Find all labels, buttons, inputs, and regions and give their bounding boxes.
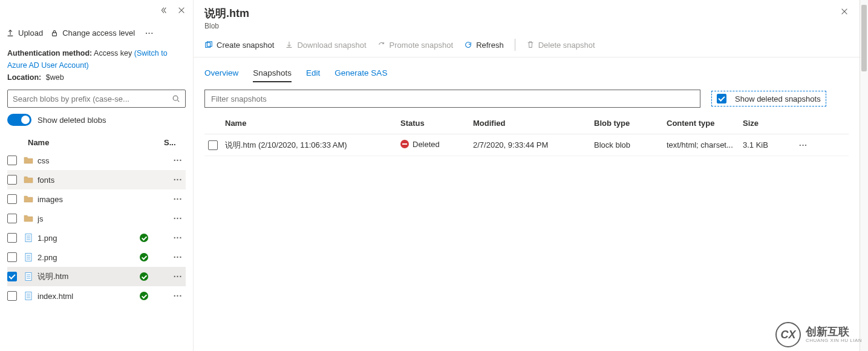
download-snapshot-label: Download snapshot bbox=[297, 41, 366, 50]
snapshot-size: 3.1 KiB bbox=[743, 140, 791, 149]
snapshot-checkbox[interactable] bbox=[208, 140, 218, 150]
lock-icon bbox=[50, 29, 59, 38]
blob-name: js bbox=[38, 214, 140, 223]
blob-row[interactable]: 说明.htm··· bbox=[7, 267, 186, 286]
upload-button[interactable]: Upload bbox=[6, 28, 43, 38]
blob-row-more[interactable]: ··· bbox=[170, 194, 186, 204]
detail-toolbar: Create snapshot Download snapshot Promot… bbox=[194, 33, 860, 57]
blob-checkbox[interactable] bbox=[7, 175, 17, 185]
blob-status-col bbox=[140, 253, 170, 261]
change-access-button[interactable]: Change access level bbox=[50, 28, 135, 38]
search-icon bbox=[172, 94, 180, 103]
col-blob-type[interactable]: Blob type bbox=[594, 119, 667, 128]
watermark-sub: CHUANG XIN HU LIAN bbox=[806, 338, 862, 344]
folder-icon bbox=[23, 213, 34, 224]
blob-row[interactable]: 1.png··· bbox=[7, 228, 186, 248]
blob-checkbox[interactable] bbox=[7, 214, 17, 223]
col-modified[interactable]: Modified bbox=[473, 119, 594, 128]
scrollbar[interactable] bbox=[860, 0, 868, 351]
detail-tabs: Overview Snapshots Edit Generate SAS bbox=[194, 65, 860, 82]
blob-name: images bbox=[38, 195, 140, 204]
toolbar-divider bbox=[515, 39, 515, 51]
col-name-header[interactable]: Name bbox=[7, 138, 164, 147]
col-size[interactable]: Size bbox=[743, 119, 791, 128]
right-panel: 说明.htm Blob Create snapshot Download sna… bbox=[194, 0, 868, 351]
show-deleted-snapshots-label: Show deleted snapshots bbox=[735, 94, 821, 103]
blob-checkbox[interactable] bbox=[7, 291, 17, 301]
blob-row-more[interactable]: ··· bbox=[170, 291, 186, 301]
search-blobs-input[interactable] bbox=[7, 90, 186, 108]
tab-generate-sas[interactable]: Generate SAS bbox=[334, 65, 387, 82]
blob-row-more[interactable]: ··· bbox=[170, 233, 186, 243]
watermark-logo: CX bbox=[775, 322, 801, 347]
snapshot-name: 说明.htm (2/10/2020, 11:06:33 AM) bbox=[225, 140, 400, 151]
change-access-label: Change access level bbox=[62, 28, 135, 38]
show-deleted-snapshots-control[interactable]: Show deleted snapshots bbox=[711, 91, 826, 107]
blob-checkbox[interactable] bbox=[7, 272, 17, 281]
blob-list: Name S... css···fonts···images···js···1.… bbox=[0, 134, 193, 306]
blob-row-more[interactable]: ··· bbox=[170, 214, 186, 223]
svg-point-1 bbox=[173, 96, 178, 100]
tab-snapshots[interactable]: Snapshots bbox=[253, 65, 292, 82]
blob-checkbox[interactable] bbox=[7, 233, 17, 243]
snapshot-modified: 2/7/2020, 9:33:44 PM bbox=[473, 140, 594, 149]
blob-row[interactable]: fonts··· bbox=[7, 170, 186, 189]
file-icon bbox=[23, 290, 34, 301]
left-top-controls bbox=[0, 0, 193, 22]
upload-icon bbox=[6, 29, 15, 38]
blob-row[interactable]: js··· bbox=[7, 209, 186, 228]
upload-label: Upload bbox=[18, 28, 43, 38]
blob-status-col bbox=[140, 292, 170, 300]
left-panel: Upload Change access level ··· Authentic… bbox=[0, 0, 194, 351]
search-blobs-field[interactable] bbox=[13, 94, 172, 103]
promote-snapshot-label: Promote snapshot bbox=[390, 41, 454, 50]
download-snapshot-button: Download snapshot bbox=[285, 41, 366, 50]
blob-row-more[interactable]: ··· bbox=[170, 252, 186, 262]
blob-row-more[interactable]: ··· bbox=[170, 156, 186, 165]
snapshot-row-more[interactable]: ··· bbox=[791, 140, 815, 149]
watermark-main: 创新互联 bbox=[806, 326, 862, 338]
scrollbar-thumb[interactable] bbox=[861, 5, 867, 71]
col-status[interactable]: Status bbox=[400, 119, 473, 128]
blob-name: 1.png bbox=[38, 234, 140, 243]
refresh-button[interactable]: Refresh bbox=[464, 41, 504, 50]
col-content-type[interactable]: Content type bbox=[667, 119, 743, 128]
snapshot-row[interactable]: 说明.htm (2/10/2020, 11:06:33 AM)Deleted2/… bbox=[204, 134, 849, 156]
blob-row[interactable]: css··· bbox=[7, 151, 186, 170]
blob-row[interactable]: images··· bbox=[7, 189, 186, 209]
filter-snapshots-field[interactable] bbox=[211, 94, 694, 103]
blob-row-more[interactable]: ··· bbox=[170, 272, 186, 281]
auth-method-label: Authentication method: bbox=[7, 49, 92, 57]
blob-name: 说明.htm bbox=[38, 271, 140, 282]
refresh-label: Refresh bbox=[476, 41, 504, 50]
col-status-header[interactable]: S... bbox=[164, 138, 186, 147]
blob-status-col bbox=[140, 272, 170, 281]
col-name[interactable]: Name bbox=[225, 119, 400, 128]
tab-edit[interactable]: Edit bbox=[306, 65, 320, 82]
blob-checkbox[interactable] bbox=[7, 194, 17, 204]
blob-status-col bbox=[140, 234, 170, 242]
delete-snapshot-label: Delete snapshot bbox=[538, 41, 595, 50]
close-detail-icon[interactable] bbox=[840, 6, 849, 19]
create-snapshot-button[interactable]: Create snapshot bbox=[204, 41, 274, 50]
close-left-icon[interactable] bbox=[177, 5, 186, 18]
filter-snapshots-input[interactable] bbox=[204, 90, 700, 108]
collapse-icon[interactable] bbox=[159, 6, 168, 16]
show-deleted-toggle[interactable] bbox=[7, 114, 31, 126]
blob-list-header: Name S... bbox=[7, 134, 186, 151]
promote-icon bbox=[377, 41, 386, 49]
show-deleted-snapshots-checkbox[interactable] bbox=[717, 94, 726, 103]
promote-snapshot-button: Promote snapshot bbox=[377, 41, 454, 50]
svg-rect-0 bbox=[53, 33, 57, 36]
blob-row[interactable]: index.html··· bbox=[7, 286, 186, 306]
blob-checkbox[interactable] bbox=[7, 252, 17, 262]
blob-row[interactable]: 2.png··· bbox=[7, 248, 186, 267]
blob-checkbox[interactable] bbox=[7, 156, 17, 165]
file-icon bbox=[23, 271, 34, 282]
detail-title: 说明.htm bbox=[204, 6, 249, 21]
show-deleted-toggle-row: Show deleted blobs bbox=[0, 108, 193, 134]
left-toolbar-more[interactable]: ··· bbox=[142, 26, 157, 41]
blob-name: fonts bbox=[38, 176, 140, 185]
tab-overview[interactable]: Overview bbox=[204, 65, 238, 82]
blob-row-more[interactable]: ··· bbox=[170, 175, 186, 185]
